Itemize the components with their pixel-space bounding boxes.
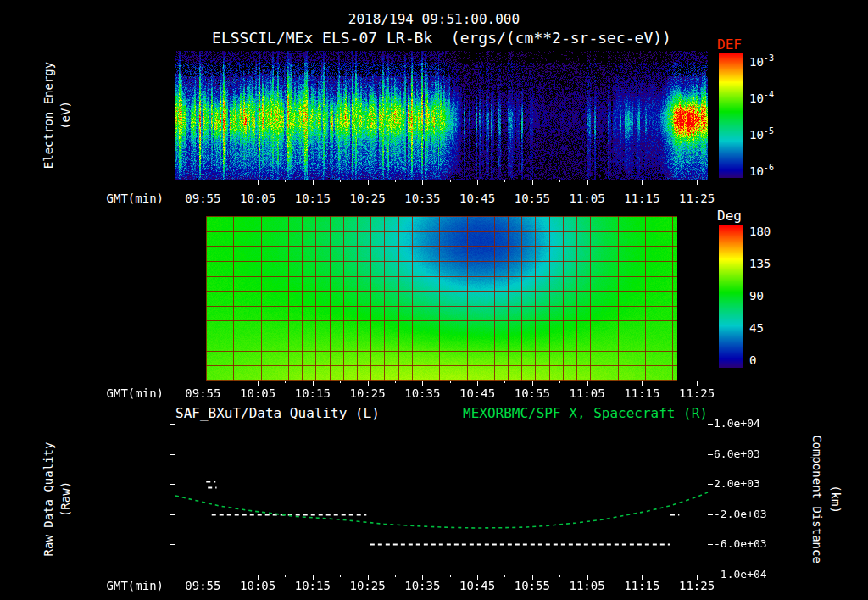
x-tick-label: 10:35 xyxy=(397,386,448,400)
x-tick-label: 10:35 xyxy=(397,579,448,592)
colorbar1-tick-label: 10-5 xyxy=(749,128,774,142)
x-tick-label: 10:55 xyxy=(507,192,558,205)
colorbar1 xyxy=(719,53,743,178)
tick-base: 10 xyxy=(749,92,764,105)
x-tick-label: 10:45 xyxy=(452,192,503,205)
mex-els-display: 2018/194 09:51:00.000 ELSSCIL/MEx ELS-07… xyxy=(0,0,868,600)
colorbar2-tick-label: 0 xyxy=(749,353,756,367)
panel3-right-axis-label: Component Distance xyxy=(810,397,824,600)
x-tick-label: 10:25 xyxy=(342,579,393,592)
tick-base: 10 xyxy=(749,128,764,142)
tick-exponent: -4 xyxy=(764,91,774,100)
datetime-title: 2018/194 09:51:00.000 xyxy=(0,11,868,27)
x-tick-label: 11:05 xyxy=(562,192,613,205)
x-tick-label: 10:45 xyxy=(452,579,503,592)
colorbar2 xyxy=(719,225,743,368)
panel1-x-axis-title: GMT(min) xyxy=(62,192,164,205)
panel1-y-axis-units: (eV) xyxy=(58,31,72,200)
panel3-right-tick-label: -2.0e+03 xyxy=(714,508,767,520)
electron-spectrogram-canvas xyxy=(175,51,708,180)
panel2-x-axis-title: GMT(min) xyxy=(62,386,164,400)
colorbar1-tick-label: 10-6 xyxy=(749,164,774,178)
colorbar1-tick-label: 10-4 xyxy=(749,92,774,105)
panel1-y-axis-label: Electron Energy xyxy=(42,31,55,200)
panel3-right-tick-label: -6.0e+03 xyxy=(714,537,767,550)
x-tick-label: 10:15 xyxy=(287,579,338,592)
panel3-right-tick-label: 6.0e+03 xyxy=(714,447,760,460)
x-tick-label: 11:25 xyxy=(671,386,722,400)
quality-distance-canvas xyxy=(167,420,716,583)
panel3-left-axis-label: Raw Data Quality xyxy=(42,414,55,584)
x-tick-label: 10:05 xyxy=(232,386,283,400)
colorbar1-tick-label: 10-3 xyxy=(749,55,774,69)
x-tick-label: 10:25 xyxy=(342,192,393,205)
x-tick-label: 09:55 xyxy=(177,386,228,400)
panel1-units-label: (ergs/(cm**2-sr-sec-eV)) xyxy=(451,29,671,47)
panel3-x-axis-title: GMT(min) xyxy=(62,579,164,592)
x-tick-label: 09:55 xyxy=(177,579,228,592)
colorbar2-label: Deg xyxy=(717,208,742,224)
tick-exponent: -3 xyxy=(764,54,774,64)
panel1-title-gap xyxy=(432,29,451,47)
x-tick-label: 09:55 xyxy=(177,192,228,205)
x-tick-label: 11:25 xyxy=(671,579,722,592)
x-tick-label: 11:05 xyxy=(562,579,613,592)
x-tick-label: 11:25 xyxy=(671,192,722,205)
x-tick-label: 10:05 xyxy=(232,192,283,205)
x-tick-label: 10:55 xyxy=(507,579,558,592)
x-tick-label: 10:55 xyxy=(507,386,558,400)
colorbar2-tick-label: 180 xyxy=(749,225,771,238)
tick-exponent: -6 xyxy=(764,163,774,172)
panel3-left-axis-units: (Raw) xyxy=(58,414,72,584)
x-tick-label: 11:15 xyxy=(616,579,667,592)
x-tick-label: 10:05 xyxy=(232,579,283,592)
x-tick-label: 11:15 xyxy=(616,192,667,205)
colorbar2-tick-label: 90 xyxy=(749,289,764,303)
x-tick-label: 10:15 xyxy=(287,192,338,205)
colorbar2-tick-label: 135 xyxy=(749,257,771,270)
x-tick-label: 10:45 xyxy=(452,386,503,400)
colorbar1-label: DEF xyxy=(717,36,742,53)
panel1-x-axis-ticks xyxy=(167,180,716,186)
x-tick-label: 10:35 xyxy=(397,192,448,205)
x-tick-label: 11:15 xyxy=(616,386,667,400)
panel1-title: ELSSCIL/MEx ELS-07 LR-Bk (ergs/(cm**2-sr… xyxy=(175,29,708,47)
panel3-right-tick-label: 2.0e+03 xyxy=(714,477,760,490)
x-tick-label: 11:05 xyxy=(562,386,613,400)
tick-exponent: -5 xyxy=(764,127,774,136)
panel3-left-title: SAF_BXuT/Data Quality (L) xyxy=(175,405,380,421)
x-tick-label: 10:15 xyxy=(287,386,338,400)
panel1-title-text: ELSSCIL/MEx ELS-07 LR-Bk xyxy=(212,29,432,47)
panel3-right-title: MEXORBMC/SPF X, Spacecraft (R) xyxy=(463,405,708,421)
colorbar2-tick-label: 45 xyxy=(749,321,764,335)
x-tick-label: 10:25 xyxy=(342,386,393,400)
tick-base: 10 xyxy=(749,164,764,178)
panel3-right-tick-label: 1.0e+04 xyxy=(714,417,760,430)
tick-base: 10 xyxy=(749,55,764,69)
panel3-right-axis-units: (km) xyxy=(829,397,843,600)
pitch-angle-canvas xyxy=(175,216,708,381)
